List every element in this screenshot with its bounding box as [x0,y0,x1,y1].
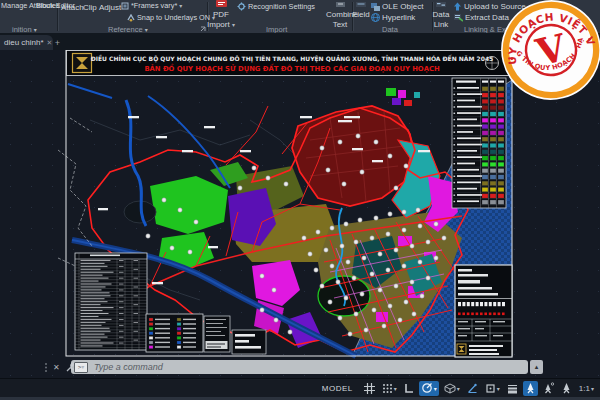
lineweight-icon [507,383,518,394]
upload-arrow-icon [453,2,462,11]
scale-box [232,330,266,354]
object-snap-toggle[interactable]: ▾ [483,381,502,396]
ole-object-icon [371,3,380,11]
pdf-icon [215,0,228,7]
close-command-icon[interactable]: ✕ [53,363,60,372]
polar-tracking-toggle[interactable]: ▾ [419,381,439,396]
dashed-boundary [58,118,92,270]
frame-icon [121,2,129,10]
quy-hoach-watermark: QUY HOẠCH VIỆT VN THÔNG TIN QUY HOẠCH - … [494,0,600,108]
drawing-tab[interactable]: dieu chinh* ✕ [0,35,53,50]
data-link-icon [436,2,446,7]
command-line[interactable]: >▾ Type a command [71,360,528,374]
map-subtitle: BẢN ĐỒ QUY HOẠCH SỬ DỤNG ĐẤT ĐÔ THỊ THEO… [144,63,440,73]
clip-button[interactable]: Clip [83,3,97,12]
ortho-icon [404,383,414,394]
snap-icon [382,383,393,394]
model-space-button[interactable]: MODEL [320,381,355,396]
manage-attributes-button[interactable]: Manage Attributes [1,1,36,11]
pdf-import-button[interactable]: PDF Import ▾ [206,0,236,30]
annotation-autoscale-toggle[interactable] [541,381,556,396]
block-editor-button[interactable]: Block Editor [36,1,60,11]
isodraft-dropdown-icon[interactable]: ▾ [457,385,460,392]
combine-text-icon [336,2,345,7]
annotation-scale-button[interactable] [559,381,574,396]
application-window: Manage Attributes Block Editor inition ▾… [0,0,600,400]
polar-dropdown-icon[interactable]: ▾ [434,385,437,392]
recognition-settings-button[interactable]: Recognition Settings [237,2,315,11]
annotation-visibility-toggle[interactable] [523,381,538,396]
new-tab-button[interactable]: + [52,38,63,48]
osnap-dropdown-icon[interactable]: ▾ [497,385,500,392]
status-bar: MODEL ▾ ▾ ▾ ▾ [0,378,600,397]
snap-mode-toggle[interactable]: ▾ [380,381,399,396]
command-prompt-icon[interactable]: >▾ [74,362,88,373]
field-button[interactable]: Field [349,0,373,20]
scale-dropdown-icon[interactable]: ▾ [591,385,594,392]
grid-toggle[interactable] [362,381,377,396]
hyperlink-button[interactable]: Hyperlink [371,13,415,22]
title-block [455,265,512,357]
annotation-visibility-icon [525,382,536,394]
recent-commands-button[interactable]: ▴ [530,360,543,374]
ole-object-button[interactable]: OLE Object [371,2,423,11]
snap-dropdown-icon[interactable]: ▾ [394,385,397,392]
annotation-scale-icon [561,382,572,394]
snap-underlay-icon [127,14,135,22]
map-title: ĐIỀU CHỈNH CỤC BỘ QUY HOẠCH CHUNG ĐÔ THỊ… [91,54,494,63]
data-link-button[interactable]: Data Link [431,0,451,30]
scale-list-button[interactable]: 1:1 ▾ [577,381,596,396]
object-snap-tracking-toggle[interactable] [465,381,480,396]
globe-icon [371,13,380,22]
legend-swatch-box [146,314,203,352]
extract-data-icon [454,14,463,22]
ortho-toggle[interactable] [402,381,416,396]
annotation-autoscale-icon [543,382,554,394]
snap-to-underlays-dropdown[interactable]: Snap to Underlays ON▾ [127,13,215,22]
statistics-table [75,253,147,350]
command-bar-texture [173,364,518,370]
adjust-button[interactable]: Adjust [99,3,121,12]
polar-icon [421,382,433,394]
isodraft-icon [444,383,456,394]
osnap-icon [485,383,496,394]
grid-icon [364,383,375,394]
field-icon [356,2,366,7]
attach-button[interactable]: Attach [61,3,84,12]
command-input[interactable]: Type a command [94,362,163,372]
notes-box [204,316,230,352]
lineweight-toggle[interactable] [505,381,520,396]
grip-icon[interactable] [44,362,48,373]
isometric-drafting-toggle[interactable]: ▾ [442,381,462,396]
gear-icon [237,2,246,11]
frames-vary-dropdown[interactable]: *Frames vary*▾ [121,1,182,10]
otrack-icon [467,383,478,394]
drawing-tab-label: dieu chinh* [4,38,44,47]
